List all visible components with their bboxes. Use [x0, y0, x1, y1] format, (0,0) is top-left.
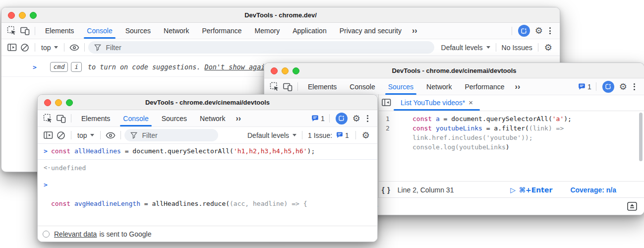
zoom-window-button[interactable] [293, 67, 299, 74]
traffic-lights [44, 99, 73, 106]
divider [71, 114, 71, 123]
cursor-position: Line 2, Column 31 [398, 186, 454, 194]
editor-pane: List YouTube videos* × 1 const a = docum… [379, 94, 644, 198]
tab-console[interactable]: Console [117, 110, 155, 126]
settings-gear-icon[interactable]: ⚙ [532, 26, 545, 35]
window-titlebar[interactable]: DevTools - chrome.dev/ [1, 7, 560, 23]
close-window-button[interactable] [271, 67, 278, 74]
divider [302, 131, 302, 139]
privacy-notice-text: is sent to Google [99, 230, 151, 238]
inspect-icon[interactable] [5, 24, 18, 37]
close-icon[interactable]: × [468, 98, 473, 107]
device-toolbar-icon[interactable] [281, 80, 294, 93]
kebab-menu-icon[interactable] [545, 27, 555, 34]
zoom-window-button[interactable] [66, 99, 73, 106]
pretty-print-icon[interactable]: { } [382, 186, 391, 194]
ai-assistance-icon[interactable] [602, 81, 614, 93]
log-levels-dropdown[interactable]: Default levels [439, 44, 492, 52]
divider [355, 131, 356, 139]
close-window-button[interactable] [44, 99, 51, 106]
i-keycap: i [71, 62, 82, 72]
issues-bubble-icon[interactable] [311, 115, 319, 123]
console-settings-gear-icon[interactable]: ⚙ [359, 131, 372, 140]
execution-context-selector[interactable]: top [75, 131, 97, 139]
line-number: 2 [379, 124, 412, 133]
minimize-window-button[interactable] [55, 99, 62, 106]
console-settings-gear-icon[interactable]: ⚙ [542, 43, 555, 52]
relevant-data-link[interactable]: Relevant data [54, 230, 97, 238]
tab-network[interactable]: Network [420, 78, 458, 95]
window-title: DevTools - chrome.dev/cinemai/devtools [145, 99, 270, 106]
editor-tabstrip: List YouTube videos* × [379, 94, 644, 111]
filter-input[interactable]: Filter [124, 129, 218, 141]
tab-performance[interactable]: Performance [195, 23, 248, 39]
live-expression-eye-icon[interactable] [104, 129, 117, 142]
console-log-area[interactable]: > const allHeadlines = document.querySel… [38, 142, 377, 226]
chevron-down-icon [293, 134, 296, 136]
inspect-icon[interactable] [42, 112, 55, 125]
file-tab[interactable]: List YouTube videos* × [394, 94, 480, 111]
log-levels-dropdown[interactable]: Default levels [245, 131, 298, 139]
expand-drawer-icon[interactable] [627, 202, 637, 211]
device-toolbar-icon[interactable] [55, 112, 67, 125]
tab-console[interactable]: Console [343, 78, 381, 95]
kebab-menu-icon[interactable] [363, 115, 372, 122]
tab-memory[interactable]: Memory [248, 23, 287, 39]
divider [329, 114, 330, 123]
minimize-window-button[interactable] [19, 12, 26, 19]
ai-assistance-icon[interactable] [336, 113, 348, 124]
window-titlebar[interactable]: DevTools - chrome.dev/cinemai/devtools [38, 95, 377, 110]
code-editor[interactable]: 1 const a = document.querySelectorAll('a… [379, 111, 644, 181]
tab-sources[interactable]: Sources [119, 23, 157, 39]
clear-console-icon[interactable] [55, 129, 67, 142]
issues-status[interactable]: 1 Issue: 1 [306, 131, 352, 139]
issues-bubble-icon [336, 131, 344, 139]
scrollbar-thumb[interactable] [639, 113, 643, 161]
devtools-tabbar: Elements Console Sources Network ›› 1 ⚙ [38, 110, 377, 127]
tab-console[interactable]: Console [80, 23, 118, 39]
devtools-tabbar: Elements Console Sources Network Perform… [1, 23, 560, 39]
settings-gear-icon[interactable]: ⚙ [617, 82, 630, 91]
tab-performance[interactable]: Performance [458, 78, 511, 95]
execution-context-selector[interactable]: top [39, 44, 60, 52]
more-tabs-icon[interactable]: ›› [511, 82, 525, 91]
prompt-chevron: > [33, 63, 37, 71]
tab-privacy-security[interactable]: Privacy and security [333, 23, 408, 39]
tab-sources[interactable]: Sources [155, 110, 193, 126]
hint-text: to turn on code suggestions. [88, 63, 201, 71]
info-circle-icon [43, 231, 50, 238]
toggle-navigator-icon[interactable] [380, 96, 393, 109]
more-tabs-icon[interactable]: ›› [408, 26, 421, 35]
tab-elements[interactable]: Elements [301, 78, 343, 95]
live-expression-eye-icon[interactable] [68, 41, 81, 54]
filter-input[interactable]: Filter [88, 41, 434, 54]
tab-elements[interactable]: Elements [39, 23, 80, 39]
dont-show-again-link[interactable]: Don't show again [205, 63, 269, 71]
console-sidebar-icon[interactable] [42, 129, 55, 142]
tab-application[interactable]: Application [286, 23, 333, 39]
window-titlebar[interactable]: DevTools - chrome.dev/cinemai/devtools [264, 63, 644, 78]
tab-network[interactable]: Network [157, 23, 195, 39]
code-line: 1 const a = document.querySelectorAll('a… [379, 114, 644, 124]
inspect-icon[interactable] [268, 80, 281, 93]
run-triangle-icon: ▷ [510, 186, 516, 194]
kebab-menu-icon[interactable] [630, 83, 639, 90]
console-sidebar-icon[interactable] [5, 41, 18, 54]
chevron-down-icon [90, 134, 94, 136]
run-snippet-shortcut[interactable]: ▷ ⌘+Enter [510, 186, 552, 194]
minimize-window-button[interactable] [282, 67, 289, 74]
clear-console-icon[interactable] [18, 41, 31, 54]
more-tabs-icon[interactable]: ›› [232, 114, 245, 123]
devtools-tabbar: Elements Console Sources Network Perform… [264, 78, 644, 95]
tab-sources[interactable]: Sources [382, 78, 420, 95]
coverage-link[interactable]: Coverage: n/a [570, 186, 616, 194]
close-window-button[interactable] [8, 12, 15, 19]
issues-bubble-icon[interactable] [578, 83, 586, 91]
settings-gear-icon[interactable]: ⚙ [350, 114, 363, 123]
ai-assistance-icon[interactable] [518, 25, 530, 37]
device-toolbar-icon[interactable] [18, 24, 31, 37]
tab-elements[interactable]: Elements [75, 110, 117, 126]
zoom-window-button[interactable] [30, 12, 37, 19]
issues-status[interactable]: No Issues [500, 44, 534, 52]
tab-network[interactable]: Network [193, 110, 232, 126]
